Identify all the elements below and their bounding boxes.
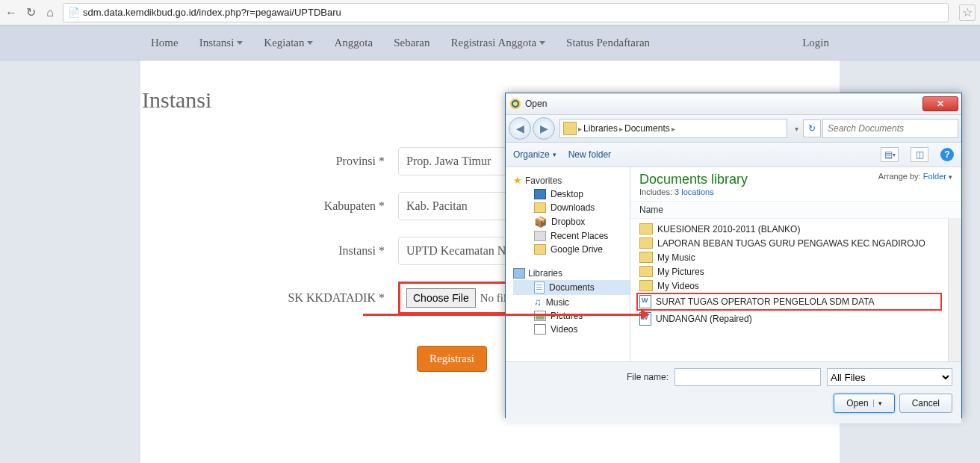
tree-downloads[interactable]: Downloads [513, 201, 630, 214]
reload-icon[interactable]: ↻ [24, 6, 37, 19]
pictures-icon [534, 311, 546, 321]
chevron-right-icon: ▸ [619, 125, 623, 133]
videos-icon [534, 324, 546, 335]
tree-favorites[interactable]: ★Favorites [513, 173, 630, 187]
file-name: LAPORAN BEBAN TUGAS GURU PENGAWAS KEC NG… [657, 238, 925, 249]
tree-documents[interactable]: Documents [513, 280, 630, 295]
crumb-libraries[interactable]: Libraries [583, 123, 618, 134]
file-type-filter[interactable]: All Files [827, 368, 952, 386]
file-row[interactable]: My Videos [636, 279, 942, 293]
back-icon[interactable]: ← [4, 6, 18, 19]
folder-icon [639, 237, 653, 249]
folder-icon [639, 252, 653, 263]
libraries-icon [513, 268, 525, 279]
file-name: My Videos [657, 281, 699, 291]
tree-videos[interactable]: Videos [513, 323, 630, 336]
search-input[interactable] [822, 119, 958, 138]
includes-link[interactable]: 3 locations [674, 187, 714, 196]
dialog-nav: ◀ ▶ ▸ Libraries ▸ Documents ▸ ▾ ↻ [506, 115, 961, 143]
tree-gdrive[interactable]: Google Drive [513, 243, 630, 256]
dialog-body: ★Favorites Desktop Downloads 📦Dropbox Re… [506, 167, 961, 361]
file-name: SURAT TUGAS OPERATOR PENGELOLA SDM DATA [656, 296, 875, 307]
file-name: My Pictures [657, 267, 704, 277]
url-text: sdm.data.kemdikbud.go.id/index.php?r=peg… [83, 7, 341, 18]
folder-icon [534, 244, 546, 255]
home-icon[interactable]: ⌂ [43, 6, 57, 19]
folder-icon [563, 122, 577, 135]
library-title: Documents library [639, 172, 748, 187]
refresh-button[interactable]: ↻ [803, 119, 821, 137]
choose-file-button[interactable]: Choose File [406, 288, 476, 308]
dropbox-icon: 📦 [534, 216, 547, 228]
chevron-down-icon[interactable]: ▾ [795, 125, 798, 133]
new-folder-button[interactable]: New folder [568, 149, 611, 160]
file-row[interactable]: UNDANGAN (Repaired) [636, 311, 942, 327]
help-button[interactable]: ? [940, 148, 954, 161]
close-button[interactable]: ✕ [922, 96, 958, 111]
chevron-down-icon [539, 41, 545, 45]
file-open-dialog: Open ✕ ◀ ▶ ▸ Libraries ▸ Documents ▸ ▾ ↻… [505, 93, 962, 418]
dialog-toolbar: Organize ▾ New folder ▤ ▾ ◫ ? [506, 143, 961, 167]
nav-registrasi[interactable]: Registrasi Anggota [440, 28, 556, 58]
annotation-arrow-head [641, 309, 650, 320]
tree-music[interactable]: ♫Music [513, 295, 630, 309]
chevron-right-icon: ▸ [578, 125, 582, 133]
chevron-down-icon: ▾ [873, 400, 882, 407]
file-row[interactable]: LAPORAN BEBAN TUGAS GURU PENGAWAS KEC NG… [636, 236, 942, 250]
library-header: Documents library Includes: 3 locations … [630, 167, 961, 202]
label-sk: SK KKDATADIK * [140, 291, 398, 305]
globe-icon: 📄 [68, 7, 80, 18]
nav-login[interactable]: Login [792, 28, 840, 58]
tree-recent[interactable]: Recent Places [513, 229, 630, 243]
file-row[interactable]: SURAT TUGAS OPERATOR PENGELOLA SDM DATA [636, 293, 942, 311]
breadcrumb[interactable]: ▸ Libraries ▸ Documents ▸ [559, 119, 787, 138]
scrollbar[interactable] [948, 219, 961, 361]
url-bar[interactable]: 📄 sdm.data.kemdikbud.go.id/index.php?r=p… [63, 3, 949, 22]
nav-home[interactable]: Home [140, 28, 189, 58]
file-row[interactable]: My Music [636, 250, 942, 264]
crumb-documents[interactable]: Documents [624, 123, 670, 134]
register-button[interactable]: Registrasi [417, 346, 487, 372]
file-row[interactable]: My Pictures [636, 264, 942, 279]
folder-icon [639, 266, 653, 277]
cancel-button[interactable]: Cancel [899, 394, 952, 413]
folder-icon [534, 202, 546, 213]
nav-forward-button[interactable]: ▶ [533, 117, 555, 140]
chevron-right-icon: ▸ [672, 125, 675, 133]
file-row[interactable]: KUESIONER 2010-2011 (BLANKO) [636, 222, 942, 236]
file-name-label: File name: [627, 372, 669, 382]
view-mode-button[interactable]: ▤ ▾ [881, 147, 899, 162]
chevron-down-icon [237, 41, 243, 45]
bookmark-icon[interactable]: ☆ [959, 4, 976, 21]
nav-anggota[interactable]: Anggota [323, 28, 383, 58]
nav-back-button[interactable]: ◀ [509, 117, 531, 140]
file-name-input[interactable] [674, 368, 821, 386]
nav-tree: ★Favorites Desktop Downloads 📦Dropbox Re… [506, 167, 630, 361]
chevron-down-icon [307, 41, 313, 45]
nav-status[interactable]: Status Pendaftaran [556, 28, 660, 58]
nav-sebaran[interactable]: Sebaran [383, 28, 440, 58]
desktop-icon [534, 189, 546, 199]
preview-pane-button[interactable]: ◫ [911, 147, 928, 162]
recent-icon [534, 231, 546, 241]
dialog-titlebar[interactable]: Open ✕ [506, 93, 961, 115]
column-header-name[interactable]: Name [630, 202, 961, 219]
file-list-panel: Documents library Includes: 3 locations … [630, 167, 961, 361]
tree-libraries[interactable]: Libraries [513, 267, 630, 280]
nav-instansi[interactable]: Instansi [189, 28, 254, 58]
browser-toolbar: ← ↻ ⌂ 📄 sdm.data.kemdikbud.go.id/index.p… [0, 0, 980, 25]
star-icon: ★ [513, 175, 522, 186]
open-button[interactable]: Open▾ [834, 394, 894, 413]
nav-kegiatan[interactable]: Kegiatan [253, 28, 323, 58]
tree-desktop[interactable]: Desktop [513, 187, 630, 201]
dialog-bottom: File name: All Files Open▾ Cancel [506, 361, 961, 423]
arrange-by[interactable]: Arrange by: Folder ▾ [878, 172, 952, 181]
folder-icon [639, 280, 653, 291]
tree-pictures[interactable]: Pictures [513, 309, 630, 323]
file-list: KUESIONER 2010-2011 (BLANKO)LAPORAN BEBA… [630, 219, 948, 361]
document-icon [534, 282, 545, 293]
site-nav: Home Instansi Kegiatan Anggota Sebaran R… [0, 25, 980, 60]
organize-menu[interactable]: Organize ▾ [513, 149, 556, 160]
tree-dropbox[interactable]: 📦Dropbox [513, 214, 630, 229]
dialog-title-text: Open [524, 99, 922, 109]
